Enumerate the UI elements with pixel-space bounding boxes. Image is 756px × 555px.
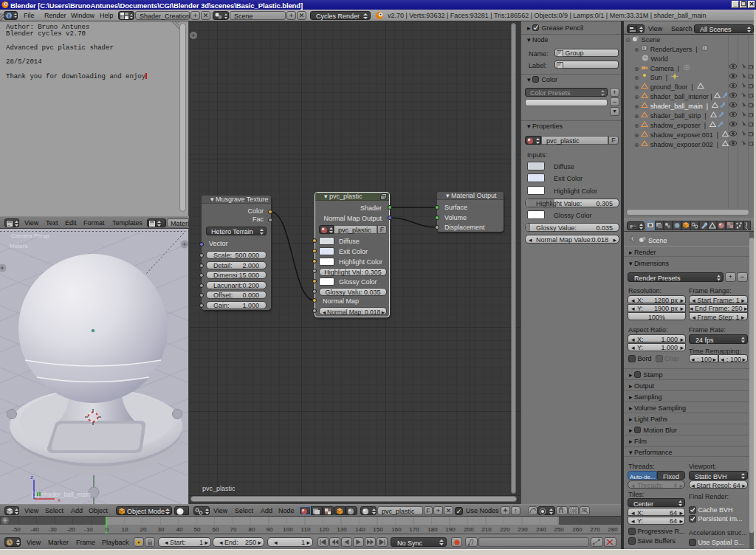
svg-text:(1) shader_ball_main: (1) shader_ball_main <box>32 491 91 498</box>
svg-text:z: z <box>30 474 33 480</box>
svg-text:Camera Persp: Camera Persp <box>11 232 49 239</box>
svg-text:Meters: Meters <box>10 243 27 249</box>
